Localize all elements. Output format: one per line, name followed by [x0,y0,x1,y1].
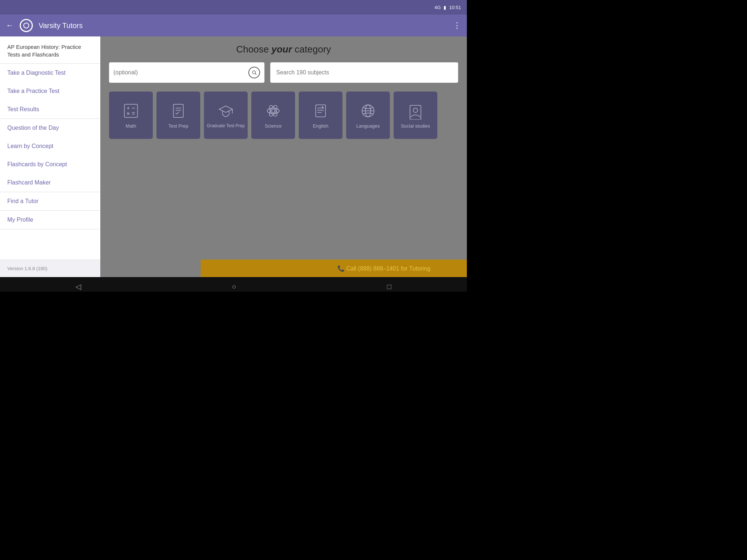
search-input-left[interactable] [113,69,248,76]
search-icon-left [248,67,260,78]
category-grad-test-prep[interactable]: Graduate Test Prep [204,92,248,139]
call-bar-text: 📞 Call (888) 888–1401 for Tutoring [337,265,430,272]
english-label: English [311,123,330,129]
categories-row: Math Test Prep [109,92,458,139]
sidebar-item-practice[interactable]: Take a Practice Test [0,82,100,100]
nav-recent-button[interactable]: □ [387,283,391,291]
test-prep-label: Test Prep [167,123,190,129]
category-test-prep[interactable]: Test Prep [156,92,200,139]
category-math[interactable]: Math [109,92,153,139]
sidebar-version: Version 1.6.8 (180) [0,260,100,277]
content-inner: Choose your category [100,36,467,146]
grad-test-prep-label: Graduate Test Prep [205,123,246,128]
search-box-left [109,62,264,83]
test-prep-icon [170,102,187,120]
svg-point-15 [272,109,275,112]
status-bar: 4G ▮ 10:51 [0,0,467,15]
svg-line-1 [255,74,256,75]
nav-home-button[interactable]: ○ [232,283,236,291]
sidebar-item-results[interactable]: Test Results [0,100,100,118]
sidebar-section-profile: My Profile [0,211,100,229]
search-input-right[interactable] [276,69,452,76]
svg-point-27 [413,108,418,112]
science-label: Science [263,123,283,129]
english-icon [312,102,329,120]
page-title: Choose your category [109,44,458,55]
sidebar-spacer [0,229,100,260]
sidebar-section-study: Question of the Day Learn by Concept Fla… [0,119,100,192]
languages-label: Languages [355,123,381,129]
page-title-italic: your [271,44,292,55]
category-languages[interactable]: Languages [346,92,390,139]
main-content: Choose your category [100,36,467,277]
sidebar-header: AP European History: Practice Tests and … [0,36,100,64]
category-social-studies[interactable]: Social studies [394,92,437,139]
nav-back-button[interactable]: ◁ [76,282,81,291]
sidebar-section-tests: Take a Diagnostic Test Take a Practice T… [0,64,100,119]
svg-marker-13 [219,106,232,113]
science-icon [264,102,282,120]
social-studies-label: Social studies [399,123,431,129]
math-label: Math [124,123,138,129]
sidebar-section-tutor: Find a Tutor [0,192,100,211]
signal-indicator: 4G [434,5,441,10]
category-science[interactable]: Science [251,92,295,139]
sidebar-item-find-tutor[interactable]: Find a Tutor [0,192,100,210]
nav-bar: ◁ ○ □ [0,277,467,292]
sidebar: AP European History: Practice Tests and … [0,36,100,277]
svg-point-0 [253,71,256,74]
app-bar: ← Varsity Tutors ⋮ [0,15,467,36]
languages-icon [359,102,377,120]
app-title: Varsity Tutors [39,22,447,30]
sidebar-item-profile[interactable]: My Profile [0,211,100,229]
sidebar-item-learn[interactable]: Learn by Concept [0,137,100,155]
back-button[interactable]: ← [6,21,14,30]
call-bar: 📞 Call (888) 888–1401 for Tutoring [201,260,467,277]
main-layout: AP European History: Practice Tests and … [0,36,467,277]
page-title-end: category [295,44,331,55]
sidebar-header-text: AP European History: Practice Tests and … [7,44,81,58]
grad-test-prep-icon [217,102,235,120]
app-logo [20,19,33,32]
menu-button[interactable]: ⋮ [453,21,461,30]
sidebar-item-flashcards[interactable]: Flashcards by Concept [0,155,100,174]
battery-indicator: ▮ [444,5,446,10]
math-icon [122,102,140,120]
svg-rect-19 [316,105,326,117]
time-display: 10:51 [449,5,461,10]
search-row [109,62,458,83]
logo-inner [23,23,29,28]
social-studies-icon [407,102,424,120]
category-english[interactable]: English [299,92,342,139]
sidebar-item-qotd[interactable]: Question of the Day [0,119,100,137]
svg-rect-2 [124,104,138,117]
sidebar-item-flashcard-maker[interactable]: Flashcard Maker [0,174,100,192]
page-title-text: Choose [236,44,271,55]
search-box-right [270,62,458,83]
sidebar-item-diagnostic[interactable]: Take a Diagnostic Test [0,64,100,82]
svg-rect-10 [174,104,183,117]
